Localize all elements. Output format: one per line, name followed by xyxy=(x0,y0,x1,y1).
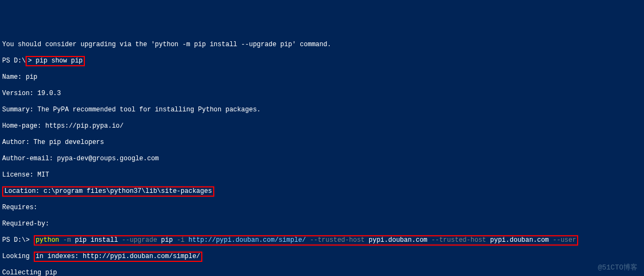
highlight-box: in indexes: http://pypi.douban.com/simpl… xyxy=(34,252,202,262)
output-line: Summary: The PyPA recommended tool for i… xyxy=(2,106,642,114)
output-line: Collecting pip xyxy=(2,269,642,276)
output-line: Version: 19.0.3 xyxy=(2,90,642,98)
highlight-box: python -m pip install --upgrade pip -i h… xyxy=(34,235,579,246)
output-line: License: MIT xyxy=(2,171,642,179)
output-line: Author-email: pypa-dev@groups.google.com xyxy=(2,155,642,163)
output-line: You should consider upgrading via the 'p… xyxy=(2,41,642,49)
output-line: Required-by: xyxy=(2,220,642,228)
output-line: Requires: xyxy=(2,204,642,212)
output-line: Looking in indexes: http://pypi.douban.c… xyxy=(2,253,642,261)
output-line: Home-page: https://pip.pypa.io/ xyxy=(2,122,642,130)
output-line: Location: c:\program files\python37\lib\… xyxy=(2,187,642,196)
highlight-box: > pip show pip xyxy=(26,56,85,66)
terminal-output[interactable]: You should consider upgrading via the 'p… xyxy=(2,33,642,276)
watermark: @51CTO博客 xyxy=(598,264,637,272)
output-line: Author: The pip developers xyxy=(2,139,642,147)
output-line: Name: pip xyxy=(2,73,642,81)
prompt-line: PS D:\> python -m pip install --upgrade … xyxy=(2,236,642,244)
prompt-line: PS D:\> pip show pip xyxy=(2,57,642,65)
highlight-box: Location: c:\program files\python37\lib\… xyxy=(2,186,214,197)
